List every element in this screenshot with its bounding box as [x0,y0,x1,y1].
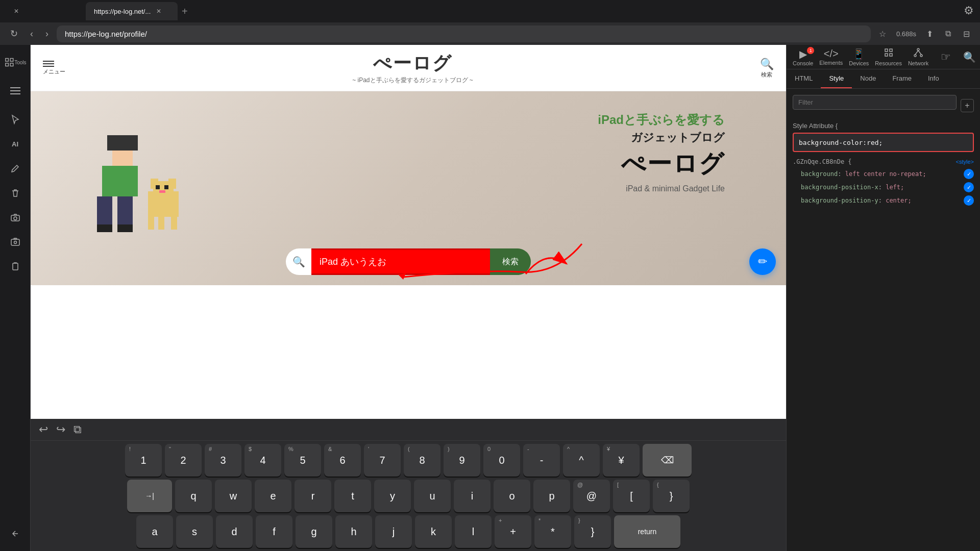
key-6[interactable]: &6 [324,444,361,477]
key-yen[interactable]: ¥¥ [603,444,640,477]
devtools-network-item[interactable]: Network [906,45,930,68]
key-caret[interactable]: ^^ [563,444,600,477]
devtools-tab-node[interactable]: Node [852,69,884,88]
key-y[interactable]: y [374,480,411,512]
key-d[interactable]: d [216,515,253,548]
tool-screenshot[interactable] [4,231,27,253]
devtools-elements-item[interactable]: </> Elements [817,46,845,68]
settings-icon[interactable]: ⚙ [964,4,974,17]
devtools-resources-item[interactable]: Resources [873,45,904,68]
css-property-2: background-position-x: left; ✓ [793,181,974,194]
style-attribute-box[interactable]: background-color:red; [793,133,974,152]
devtools-search-button[interactable]: 🔍 [963,51,976,63]
address-bar[interactable] [57,26,871,42]
key-q[interactable]: q [175,480,212,512]
devtools-tab-html[interactable]: HTML [787,69,821,88]
key-k[interactable]: k [415,515,452,548]
new-tab-button[interactable]: + [178,6,192,17]
key-0[interactable]: 00 [483,444,520,477]
key-o[interactable]: o [494,480,530,512]
key-e[interactable]: e [255,480,291,512]
back-button[interactable]: ‹ [26,27,37,41]
devtools-console-item[interactable]: ▶ Console 1 [791,46,815,68]
css-check-1[interactable]: ✓ [964,169,974,179]
devtools-tab-info[interactable]: Info [920,69,947,88]
key-3[interactable]: #3 [205,444,241,477]
key-f[interactable]: f [256,515,292,548]
devtools-devices-item[interactable]: 📱 Devices [847,46,871,68]
css-check-3[interactable]: ✓ [964,195,974,206]
svg-rect-31 [885,54,888,56]
tool-trash[interactable] [4,182,27,204]
key-g[interactable]: g [296,515,332,548]
key-bracket-open[interactable]: [[ [613,480,650,512]
key-4[interactable]: $4 [244,444,281,477]
share-icon[interactable]: ⬆ [922,27,937,41]
devtools-tab-frame[interactable]: Frame [884,69,920,88]
key-l[interactable]: l [455,515,492,548]
css-check-2[interactable]: ✓ [964,182,974,192]
forward-button[interactable]: › [41,27,53,41]
tab-view-icon[interactable]: ⧉ [941,27,955,40]
key-brace-close[interactable]: {} [653,480,690,512]
svg-rect-25 [164,185,168,189]
site-menu-button[interactable]: メニュー [43,61,65,76]
tab-active[interactable]: https://pe-log.net/... ✕ [86,2,178,20]
key-2[interactable]: "2 [165,444,202,477]
undo-button[interactable]: ↩ [39,423,48,436]
key-u[interactable]: u [414,480,451,512]
key-s[interactable]: s [176,515,213,548]
redo-button[interactable]: ↪ [56,423,65,436]
devtools-inspect-cursor[interactable]: ☞ [937,46,955,68]
red-arrow [521,243,572,284]
key-asterisk[interactable]: ** [534,515,571,548]
key-backspace[interactable]: ⌫ [643,444,692,477]
key-brace-right[interactable]: }} [574,515,611,548]
key-return[interactable]: return [614,515,680,548]
tool-pen[interactable] [4,157,27,180]
key-at[interactable]: @@ [573,480,610,512]
tool-ai[interactable]: AI [4,133,27,155]
key-t[interactable]: t [334,480,371,512]
bookmark-icon[interactable]: ☆ [875,27,890,41]
key-plus[interactable]: ++ [495,515,531,548]
devtools-devices-label: Devices [849,60,869,66]
key-r[interactable]: r [295,480,331,512]
tool-camera[interactable] [4,206,27,229]
fab-button[interactable]: ✏ [749,248,776,275]
key-9[interactable]: )9 [444,444,480,477]
key-j[interactable]: j [375,515,412,548]
svg-point-33 [917,48,919,51]
css-prop-2-colon: : [878,184,886,191]
devtools-filter-input[interactable] [793,95,957,110]
key-8[interactable]: (8 [404,444,440,477]
key-i[interactable]: i [454,480,491,512]
svg-rect-23 [171,214,177,230]
tab-close-inactive[interactable]: ✕ [12,7,20,15]
key-h[interactable]: h [335,515,372,548]
key-minus[interactable]: -- [523,444,560,477]
key-p[interactable]: p [533,480,570,512]
tool-clipboard[interactable] [4,255,27,278]
svg-rect-9 [13,263,18,270]
key-5[interactable]: %5 [284,444,321,477]
tool-hamburger[interactable] [4,80,27,102]
key-w[interactable]: w [215,480,252,512]
key-a[interactable]: a [136,515,173,548]
sidebar-toggle-icon[interactable]: ⊟ [959,27,974,41]
key-tab[interactable]: →| [127,480,172,512]
tool-cursor[interactable] [4,108,27,131]
site-search-button[interactable]: 🔍 検索 [760,58,774,79]
tool-back[interactable] [4,522,27,545]
reload-button[interactable]: ↻ [6,26,22,41]
tab-inactive[interactable]: ✕ [4,2,86,20]
search-icon-button[interactable]: 🔍 [286,248,311,275]
tab-close-active[interactable]: ✕ [155,7,163,15]
tool-tools[interactable]: Tools [4,51,27,73]
devtools-tab-style[interactable]: Style [821,69,852,88]
key-7[interactable]: '7 [364,444,401,477]
search-input[interactable] [311,248,490,275]
devtools-add-rule-button[interactable]: + [961,99,974,112]
key-1[interactable]: !1 [125,444,162,477]
copy-button[interactable]: ⧉ [74,423,82,436]
